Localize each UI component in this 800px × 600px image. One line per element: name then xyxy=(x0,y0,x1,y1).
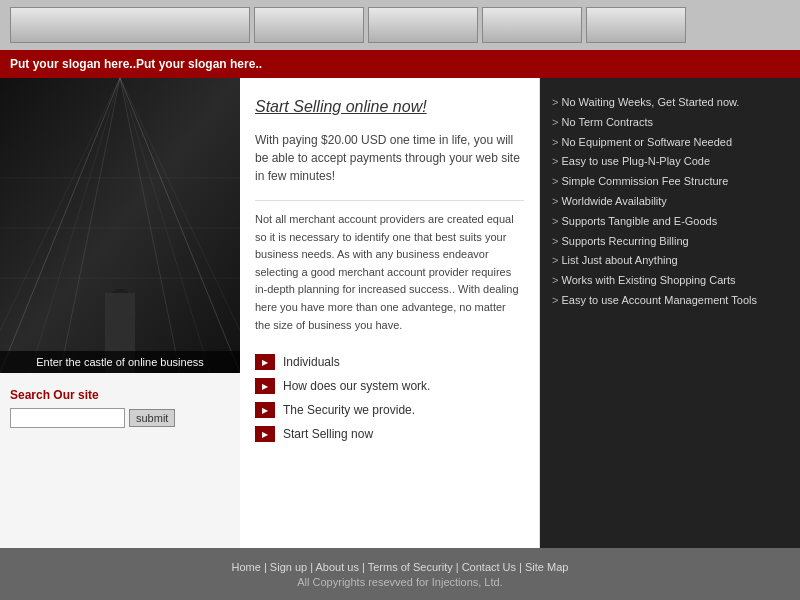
arrow-icon xyxy=(255,402,275,418)
slogan-text: Put your slogan here..Put your slogan he… xyxy=(10,57,262,71)
nav-button-2[interactable] xyxy=(254,7,364,43)
nav-button-3[interactable] xyxy=(368,7,478,43)
sidebar-search: Search Our site submit xyxy=(0,373,240,548)
nav-button-5[interactable] xyxy=(586,7,686,43)
nav-button-1[interactable] xyxy=(10,7,250,43)
sell-title: Start Selling online now! xyxy=(255,98,524,116)
left-sidebar: Enter the castle of online business Sear… xyxy=(0,78,240,548)
feature-item: List Just about Anything xyxy=(552,251,788,271)
footer: Home | Sign up | About us | Terms of Sec… xyxy=(0,548,800,600)
menu-item[interactable]: Start Selling now xyxy=(255,426,524,442)
body-description: Not all merchant account providers are c… xyxy=(255,200,524,334)
feature-item: No Waiting Weeks, Get Started now. xyxy=(552,93,788,113)
menu-item-label: The Security we provide. xyxy=(283,403,415,417)
image-caption: Enter the castle of online business xyxy=(0,351,240,373)
footer-links: Home | Sign up | About us | Terms of Sec… xyxy=(232,561,569,573)
menu-item[interactable]: How does our system work. xyxy=(255,378,524,394)
feature-item: Supports Tangible and E-Goods xyxy=(552,212,788,232)
feature-item: Simple Commission Fee Structure xyxy=(552,172,788,192)
slogan-bar: Put your slogan here..Put your slogan he… xyxy=(0,50,800,78)
nav-button-4[interactable] xyxy=(482,7,582,43)
feature-item: Worldwide Availability xyxy=(552,192,788,212)
menu-item-label: How does our system work. xyxy=(283,379,430,393)
search-label: Search Our site xyxy=(10,388,230,402)
main-content: Enter the castle of online business Sear… xyxy=(0,78,800,548)
svg-point-12 xyxy=(108,289,132,317)
menu-items-list: IndividualsHow does our system work.The … xyxy=(255,354,524,442)
arrow-icon xyxy=(255,378,275,394)
features-panel: No Waiting Weeks, Get Started now.No Ter… xyxy=(540,78,800,548)
search-input[interactable] xyxy=(10,408,125,428)
building-art xyxy=(0,78,240,373)
feature-item: Easy to use Account Management Tools xyxy=(552,291,788,311)
feature-item: No Term Contracts xyxy=(552,113,788,133)
header-nav xyxy=(0,0,800,50)
arrow-icon xyxy=(255,426,275,442)
footer-copyright: All Copyrights resevved for Injections, … xyxy=(297,576,502,588)
search-row: submit xyxy=(10,408,230,428)
svg-rect-0 xyxy=(0,78,240,373)
building-svg xyxy=(0,78,240,373)
feature-item: No Equipment or Software Needed xyxy=(552,133,788,153)
hero-image: Enter the castle of online business xyxy=(0,78,240,373)
menu-item-label: Start Selling now xyxy=(283,427,373,441)
sell-description: With paying $20.00 USD one time in life,… xyxy=(255,131,524,185)
feature-item: Easy to use Plug-N-Play Code xyxy=(552,152,788,172)
feature-item: Works with Existing Shopping Carts xyxy=(552,271,788,291)
menu-item[interactable]: The Security we provide. xyxy=(255,402,524,418)
feature-item: Supports Recurring Billing xyxy=(552,232,788,252)
center-content: Start Selling online now! With paying $2… xyxy=(240,78,540,548)
arrow-icon xyxy=(255,354,275,370)
svg-rect-13 xyxy=(108,315,132,345)
search-submit-button[interactable]: submit xyxy=(129,409,175,427)
menu-item[interactable]: Individuals xyxy=(255,354,524,370)
menu-item-label: Individuals xyxy=(283,355,340,369)
